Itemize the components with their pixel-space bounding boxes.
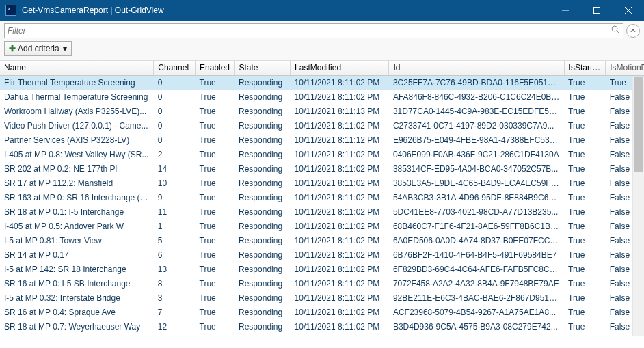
cell-id: 3853E3A5-E9DE-4C65-B4D9-ECA4EC59FE... xyxy=(389,176,564,190)
cell-lastmod: 10/11/2021 8:11:02 PM xyxy=(291,305,389,319)
filter-bar xyxy=(0,21,644,40)
cell-channel: 0 xyxy=(154,104,196,118)
table-row[interactable]: Dahua Thermal Temperature Screening0True… xyxy=(0,90,644,104)
cell-id: 385314CF-ED95-4A04-BCA0-347052C57B... xyxy=(389,161,564,176)
cell-id: 54AB3CB3-3B1A-4D96-95DF-8E884B9C6B... xyxy=(389,190,564,204)
col-header-name[interactable]: Name xyxy=(0,61,154,75)
minimize-button[interactable] xyxy=(550,0,581,21)
cell-enabled: True xyxy=(196,247,235,262)
cell-isstarted: True xyxy=(564,147,606,161)
cell-channel: 10 xyxy=(154,176,196,190)
cell-name: SR 17 at MP 112.2: Mansfield xyxy=(0,176,154,190)
cell-state: Responding xyxy=(234,305,291,319)
filter-box[interactable] xyxy=(4,23,623,38)
col-header-isstarted[interactable]: IsStarted xyxy=(564,61,606,75)
cell-lastmod: 10/11/2021 8:11:13 PM xyxy=(291,104,389,118)
table-row[interactable]: SR 163 at MP 0: SR 16 Interchange (P...9… xyxy=(0,190,644,204)
cell-enabled: True xyxy=(196,233,235,247)
cell-lastmod: 10/11/2021 8:11:02 PM xyxy=(291,233,389,247)
collapse-toggle-button[interactable] xyxy=(626,24,640,38)
cell-id: 6B76BF2F-1410-4F64-B4F5-491F69584BE7 xyxy=(389,247,564,262)
table-row[interactable]: Video Push Driver (127.0.0.1) - Came...0… xyxy=(0,118,644,133)
search-icon[interactable] xyxy=(611,25,620,36)
cell-enabled: True xyxy=(196,104,235,118)
cell-name: SR 16 at MP 0: I-5 SB Interchange xyxy=(0,276,154,291)
table-row[interactable]: I-5 at MP 142: SR 18 Interchange13TrueRe… xyxy=(0,262,644,276)
cell-isstarted: True xyxy=(564,305,606,319)
col-header-enabled[interactable]: Enabled xyxy=(196,61,235,75)
cell-isstarted: True xyxy=(564,190,606,204)
table-row[interactable]: SR 16 at MP 0.4: Spraque Ave7TrueRespond… xyxy=(0,305,644,319)
table-row[interactable]: SR 17 at MP 112.2: Mansfield10TrueRespon… xyxy=(0,176,644,190)
cell-isstarted: True xyxy=(564,104,606,118)
svg-rect-0 xyxy=(594,8,600,14)
chevron-down-icon: ▾ xyxy=(63,44,67,53)
cell-name: I-5 at MP 0.32: Interstate Bridge xyxy=(0,291,154,305)
table-row[interactable]: Flir Thermal Temperature Screening0TrueR… xyxy=(0,75,644,90)
table-row[interactable]: I-405 at MP 0.5: Andover Park W1TrueResp… xyxy=(0,219,644,233)
cell-channel: 2 xyxy=(154,147,196,161)
cell-channel: 3 xyxy=(154,291,196,305)
table-row[interactable]: SR 18 at MP 0.7: Weyerhaeuser Way12TrueR… xyxy=(0,319,644,334)
cell-id: B3D4D936-9C5A-4575-B9A3-08C279E742... xyxy=(389,319,564,334)
cell-name: SR 16 at MP 0.4: Spraque Ave xyxy=(0,305,154,319)
table-row[interactable]: SR 16 at MP 0: I-5 SB Interchange8TrueRe… xyxy=(0,276,644,291)
table-row[interactable]: Partner Services (AXIS P3228-LV)0TrueRes… xyxy=(0,133,644,147)
col-header-state[interactable]: State xyxy=(234,61,291,75)
filter-input[interactable] xyxy=(8,26,608,36)
cell-channel: 9 xyxy=(154,190,196,204)
cell-name: SR 202 at MP 0.2: NE 177th Pl xyxy=(0,161,154,176)
table-row[interactable]: SR 202 at MP 0.2: NE 177th Pl14TrueRespo… xyxy=(0,161,644,176)
cell-lastmod: 10/11/2021 8:11:12 PM xyxy=(291,133,389,147)
cell-isstarted: True xyxy=(564,176,606,190)
maximize-button[interactable] xyxy=(581,0,613,21)
cell-channel: 8 xyxy=(154,276,196,291)
cell-enabled: True xyxy=(196,219,235,233)
criteria-bar: ✚ Add criteria ▾ xyxy=(0,40,644,60)
cell-state: Responding xyxy=(234,75,291,90)
window-controls xyxy=(550,0,644,21)
cell-lastmod: 10/11/2021 8:11:02 PM xyxy=(291,262,389,276)
cell-isstarted: True xyxy=(564,219,606,233)
col-header-lastmodified[interactable]: LastModified xyxy=(291,61,389,75)
cell-lastmod: 10/11/2021 8:11:02 PM xyxy=(291,118,389,133)
cell-lastmod: 10/11/2021 8:11:02 PM xyxy=(291,247,389,262)
cell-enabled: True xyxy=(196,147,235,161)
table-row[interactable]: SR 18 at MP 0.1: I-5 Interchange11TrueRe… xyxy=(0,204,644,219)
cell-channel: 11 xyxy=(154,204,196,219)
vertical-scrollbar[interactable] xyxy=(632,77,644,336)
plus-icon: ✚ xyxy=(9,44,16,53)
add-criteria-label: Add criteria xyxy=(18,44,59,53)
cell-state: Responding xyxy=(234,319,291,334)
cell-name: SR 18 at MP 0.1: I-5 Interchange xyxy=(0,204,154,219)
add-criteria-button[interactable]: ✚ Add criteria ▾ xyxy=(4,41,72,56)
cell-name: SR 14 at MP 0.17 xyxy=(0,247,154,262)
table-row[interactable]: SR 14 at MP 0.176TrueResponding10/11/202… xyxy=(0,247,644,262)
table-row[interactable]: I-5 at MP 0.81: Tower View5TrueRespondin… xyxy=(0,233,644,247)
cell-id: 6F829BD3-69C4-4C64-AFE6-FAFB5FC8C256 xyxy=(389,262,564,276)
cell-lastmod: 10/11/2021 8:11:02 PM xyxy=(291,190,389,204)
cell-enabled: True xyxy=(196,133,235,147)
table-row[interactable]: I-405 at MP 0.8: West Valley Hwy (SR...2… xyxy=(0,147,644,161)
col-header-id[interactable]: Id xyxy=(389,61,564,75)
cell-id: 7072F458-A2A2-4A32-8B4A-9F7948BE79AE xyxy=(389,276,564,291)
scrollbar-thumb[interactable] xyxy=(634,77,643,172)
table-row[interactable]: Workroom Hallway (Axis P3255-LVE)...0Tru… xyxy=(0,104,644,118)
cell-channel: 1 xyxy=(154,219,196,233)
results-table: Name Channel Enabled State LastModified … xyxy=(0,61,644,334)
cell-channel: 7 xyxy=(154,305,196,319)
cell-id: ACF23968-5079-4B54-9267-A1A75AE1A8... xyxy=(389,305,564,319)
close-button[interactable] xyxy=(613,0,644,21)
col-header-channel[interactable]: Channel xyxy=(154,61,196,75)
cell-channel: 14 xyxy=(154,161,196,176)
table-row[interactable]: I-5 at MP 0.32: Interstate Bridge3TrueRe… xyxy=(0,291,644,305)
cell-id: 3C25FF7A-7C76-49BD-BDA0-116F5E051E48 xyxy=(389,75,564,90)
grid-scroll[interactable]: Name Channel Enabled State LastModified … xyxy=(0,61,644,348)
cell-channel: 0 xyxy=(154,90,196,104)
cell-channel: 0 xyxy=(154,118,196,133)
powershell-icon xyxy=(5,5,16,16)
window-title: Get-VmsCameraReport | Out-GridView xyxy=(22,5,550,15)
cell-state: Responding xyxy=(234,147,291,161)
cell-channel: 0 xyxy=(154,75,196,90)
col-header-ismotion[interactable]: IsMotionDe▲ xyxy=(606,61,644,75)
